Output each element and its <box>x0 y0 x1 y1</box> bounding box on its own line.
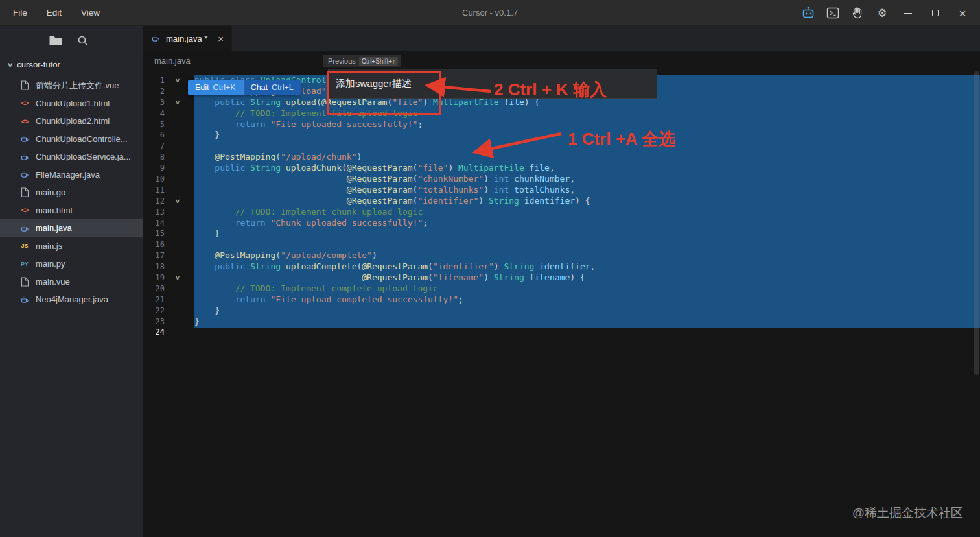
tab-close-icon[interactable]: × <box>218 33 224 44</box>
code-line[interactable]: 19∨ @RequestParam("filename") String fil… <box>143 272 980 283</box>
code-line[interactable]: 5 return "File uploaded successfully!"; <box>143 119 980 130</box>
file-item-Neo4jManager.java[interactable]: Neo4jManager.java <box>0 291 143 309</box>
java-file-icon <box>150 34 161 43</box>
js-file-icon: JS <box>19 243 30 249</box>
file-item-main.html[interactable]: <>main.html <box>0 202 143 220</box>
search-icon[interactable] <box>75 33 91 49</box>
code-line[interactable]: 10 @RequestParam("chunkNumber") int chun… <box>143 174 980 185</box>
fold-spacer <box>169 86 185 97</box>
gear-icon[interactable]: ⚙ <box>870 0 894 26</box>
code-line[interactable]: 24 <box>143 327 980 338</box>
file-name: 前端分片上传文件.vue <box>36 80 119 91</box>
file-list: 前端分片上传文件.vue<>ChunkUpload1.html<>ChunkUp… <box>0 77 143 309</box>
fold-spacer <box>169 294 185 305</box>
line-number: 16 <box>143 239 165 250</box>
menu-edit[interactable]: Edit <box>47 8 62 18</box>
code-line[interactable]: 20 // TODO: Implement complete upload lo… <box>143 283 980 294</box>
line-number: 1 <box>143 75 165 86</box>
sidebar: ∨ cursor-tutor 前端分片上传文件.vue<>ChunkUpload… <box>0 26 143 537</box>
file-name: ChunkUpload2.html <box>36 116 110 126</box>
fold-chevron-icon[interactable]: ∨ <box>169 75 185 86</box>
menu-file[interactable]: File <box>13 8 27 18</box>
minimize-icon <box>904 13 912 14</box>
robot-icon[interactable] <box>796 0 821 26</box>
file-name: main.html <box>36 206 72 215</box>
file-item-main.vue[interactable]: main.vue <box>0 273 143 291</box>
hand-icon[interactable] <box>845 0 870 26</box>
file-item-ChunkUpload1.html[interactable]: <>ChunkUpload1.html <box>0 95 143 113</box>
code-line[interactable]: 13 // TODO: Implement chunk upload logic <box>143 207 980 218</box>
line-number: 24 <box>143 327 165 338</box>
file-item-main.go[interactable]: main.go <box>0 184 143 202</box>
chat-button[interactable]: Chat Ctrl+L <box>243 80 301 95</box>
file-item-main.java[interactable]: main.java <box>0 219 143 237</box>
line-number: 17 <box>143 250 165 261</box>
java-file-icon <box>19 134 30 143</box>
code-line[interactable]: 16 <box>143 239 980 250</box>
maximize-icon <box>932 10 939 16</box>
line-number: 20 <box>143 283 165 294</box>
file-name: main.py <box>36 259 65 268</box>
file-item--.vue[interactable]: 前端分片上传文件.vue <box>0 77 143 95</box>
scrollbar[interactable] <box>974 71 979 375</box>
fold-chevron-icon[interactable]: ∨ <box>169 196 185 207</box>
code-line[interactable]: 4 // TODO: Implement file upload logic <box>143 108 980 119</box>
code-text: @RequestParam("filename") String filenam… <box>194 272 585 283</box>
close-button[interactable]: × <box>949 0 976 26</box>
code-line[interactable]: 23} <box>143 316 980 328</box>
file-name: ChunkUploadControlle... <box>36 134 128 144</box>
maximize-button[interactable] <box>922 0 949 26</box>
fold-spacer <box>169 163 185 174</box>
fold-spacer <box>169 327 185 338</box>
code-line[interactable]: 12∨ @RequestParam("identifier") String i… <box>143 196 980 207</box>
code-line[interactable]: 8 @PostMapping("/upload/chunk") <box>143 152 980 163</box>
file-item-main.py[interactable]: PYmain.py <box>0 255 143 273</box>
code-line[interactable]: 3∨ public String upload(@RequestParam("f… <box>143 97 980 108</box>
code-line[interactable]: 21 return "File upload completed success… <box>143 294 980 305</box>
folder-icon[interactable] <box>48 33 64 49</box>
previous-prompt-chip[interactable]: Previous Ctrl+Shift+↑ <box>323 55 401 67</box>
close-icon: × <box>959 7 966 19</box>
fold-chevron-icon[interactable]: ∨ <box>169 272 185 283</box>
file-item-ChunkUpload2.html[interactable]: <>ChunkUpload2.html <box>0 112 143 130</box>
code-line[interactable]: 18 public String uploadComplete(@Request… <box>143 261 980 272</box>
fold-spacer <box>169 316 185 328</box>
code-line[interactable]: 7 <box>143 141 980 152</box>
code-text: return "Chunk uploaded successfully!"; <box>194 218 428 229</box>
editor-region: main.java * × main.java 1∨public class U… <box>143 26 980 537</box>
minimize-button[interactable] <box>894 0 922 26</box>
line-number: 18 <box>143 261 165 272</box>
code-line[interactable]: 14 return "Chunk uploaded successfully!"… <box>143 218 980 229</box>
edit-button[interactable]: Edit Ctrl+K <box>188 80 243 95</box>
menu-view[interactable]: View <box>81 8 100 18</box>
code-line[interactable]: 6 } <box>143 130 980 141</box>
fold-spacer <box>169 119 185 130</box>
code-text: } <box>194 316 200 328</box>
code-line[interactable]: 17 @PostMapping("/upload/complete") <box>143 250 980 261</box>
fold-spacer <box>169 250 185 261</box>
file-item-ChunkUploadControlle...[interactable]: ChunkUploadControlle... <box>0 130 143 149</box>
code-editor[interactable]: 1∨public class UploadController {2 @Post… <box>143 70 980 537</box>
tab-label: main.java * <box>166 34 207 43</box>
html-file-icon: <> <box>19 99 30 107</box>
line-number: 8 <box>143 152 165 163</box>
file-item-FileManager.java[interactable]: FileManager.java <box>0 166 143 184</box>
code-line[interactable]: 22 } <box>143 305 980 316</box>
terminal-icon[interactable] <box>821 0 845 26</box>
line-number: 9 <box>143 163 165 174</box>
folder-root[interactable]: ∨ cursor-tutor <box>0 56 143 73</box>
file-item-main.js[interactable]: JSmain.js <box>0 237 143 256</box>
file-item-ChunkUploadService.ja...[interactable]: ChunkUploadService.ja... <box>0 148 143 166</box>
fold-chevron-icon[interactable]: ∨ <box>169 97 185 108</box>
code-text: public String uploadChunk(@RequestParam(… <box>194 163 555 174</box>
tab-main-java[interactable]: main.java * × <box>143 26 232 51</box>
fold-spacer <box>169 185 185 196</box>
py-file-icon: PY <box>19 261 30 267</box>
code-line[interactable]: 11 @RequestParam("totalChunks") int tota… <box>143 185 980 196</box>
breadcrumb[interactable]: main.java <box>143 51 980 70</box>
java-file-icon <box>19 170 30 179</box>
inline-prompt-input[interactable]: 添加swagger描述 <box>328 69 657 99</box>
code-line[interactable]: 9 public String uploadChunk(@RequestPara… <box>143 163 980 174</box>
code-line[interactable]: 15 } <box>143 228 980 239</box>
html-file-icon: <> <box>19 206 30 214</box>
